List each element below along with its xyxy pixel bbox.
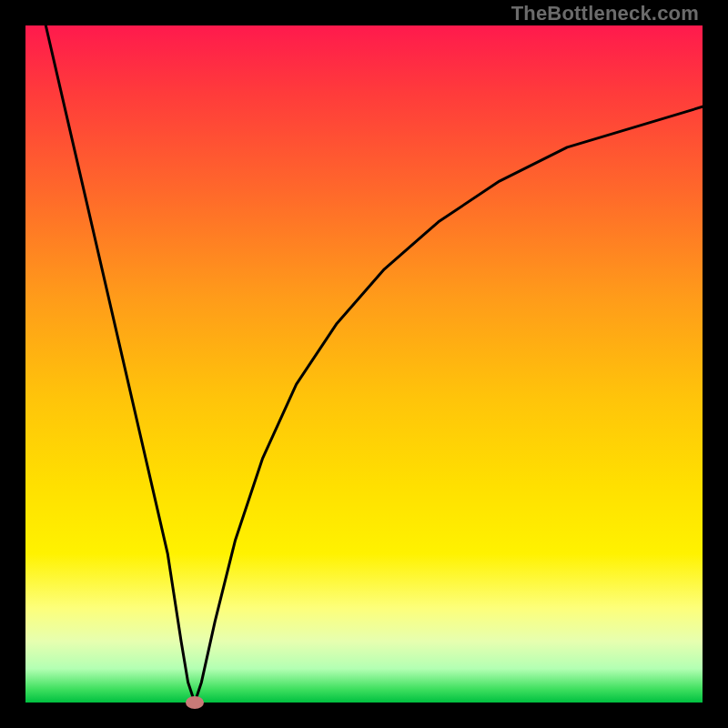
plot-area — [25, 25, 703, 703]
watermark-text: TheBottleneck.com — [511, 2, 699, 25]
curve-svg — [25, 25, 703, 703]
optimal-marker — [186, 696, 204, 709]
bottleneck-curve — [46, 25, 703, 703]
chart-frame: TheBottleneck.com — [0, 0, 728, 728]
